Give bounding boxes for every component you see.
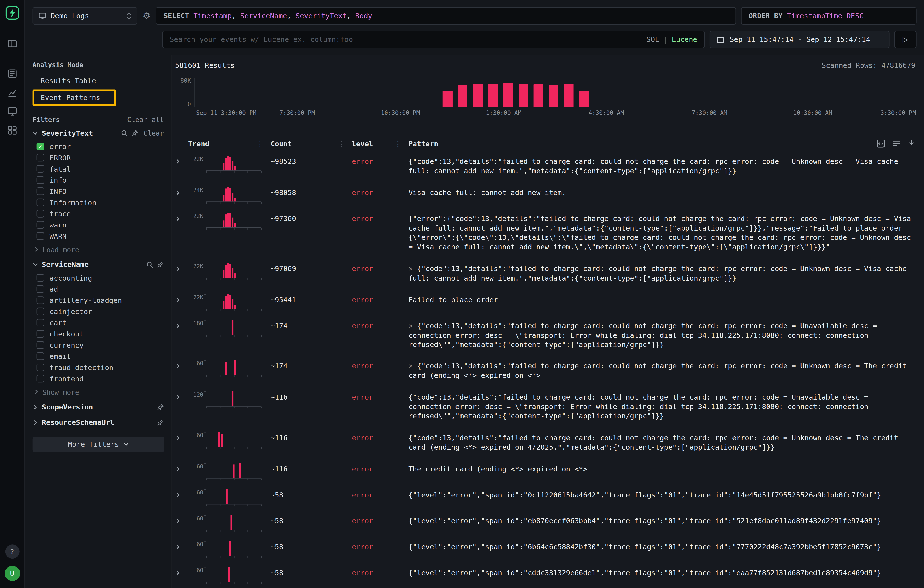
column-header-pattern[interactable]: Pattern (409, 139, 916, 148)
pattern-cell[interactable]: × {"code":13,"details":"failed to charge… (409, 360, 916, 381)
filter-option[interactable]: ad (36, 283, 165, 295)
more-filters-button[interactable]: More filters (33, 437, 165, 452)
column-header-count[interactable]: Count ⋮ (271, 139, 352, 148)
lucene-mode-button[interactable]: Lucene (672, 35, 697, 44)
filter-option[interactable]: cainjector (36, 306, 165, 317)
logs-icon[interactable] (4, 66, 20, 81)
column-header-level[interactable]: level ⋮ (352, 139, 409, 148)
chart-plot[interactable] (194, 78, 916, 107)
analysis-mode-item-results-table[interactable]: Results Table (33, 74, 103, 87)
expand-chevron-icon[interactable] (175, 156, 188, 165)
code-view-icon[interactable] (876, 139, 885, 148)
checkbox[interactable] (36, 165, 44, 173)
filter-option[interactable]: currency (36, 339, 165, 351)
date-range-picker[interactable]: Sep 11 15:47:14 - Sep 12 15:47:14 (710, 31, 889, 48)
expand-chevron-icon[interactable] (175, 187, 188, 196)
checkbox[interactable] (36, 352, 44, 360)
table-row[interactable]: 22K~97069error× {"code":13,"details":"fa… (175, 257, 916, 288)
chevron-down-icon[interactable] (33, 130, 38, 136)
filter-group-name[interactable]: ResourceSchemaUrl (42, 418, 114, 427)
panel-toggle-icon[interactable] (4, 36, 20, 51)
column-menu-icon[interactable]: ⋮ (338, 139, 352, 148)
table-row[interactable]: 60~58error{"level":"error","span_id":"cd… (175, 562, 916, 588)
filter-group-name[interactable]: SeverityText (42, 129, 93, 137)
checkbox[interactable] (36, 232, 44, 240)
filter-option[interactable]: accounting (36, 272, 165, 283)
app-logo[interactable] (5, 6, 19, 20)
checkbox[interactable] (36, 364, 44, 371)
pattern-cell[interactable]: × {"code":13,"details":"failed to charge… (409, 263, 916, 283)
filter-option[interactable]: frontend (36, 373, 165, 384)
filter-option[interactable]: fraud-detection (36, 362, 165, 373)
filter-group-name[interactable]: ScopeVersion (42, 403, 93, 411)
filter-option[interactable]: Information (36, 197, 165, 208)
table-row[interactable]: 60~116error{"code":13,"details":"failed … (175, 427, 916, 458)
filter-option[interactable]: ERROR (36, 152, 165, 163)
expand-chevron-icon[interactable] (175, 463, 188, 472)
filter-option[interactable]: ✓error (36, 141, 165, 152)
checkbox[interactable] (36, 154, 44, 161)
expand-chevron-icon[interactable] (175, 263, 188, 272)
run-query-button[interactable]: ▷ (894, 31, 916, 48)
checkbox[interactable] (36, 308, 44, 315)
filter-option[interactable]: WARN (36, 231, 165, 242)
pattern-cell[interactable]: {"code":13,"details":"failed to charge c… (409, 392, 916, 422)
pattern-cell[interactable]: {"code":13,"details":"failed to charge c… (409, 156, 916, 176)
table-row[interactable]: 24K~98058errorVisa cache full: cannot ad… (175, 181, 916, 208)
checkbox[interactable] (36, 319, 44, 326)
filter-option[interactable]: checkout (36, 328, 165, 339)
pattern-cell[interactable]: × {"code":13,"details":"failed to charge… (409, 320, 916, 350)
filter-option[interactable]: email (36, 351, 165, 362)
expand-chevron-icon[interactable] (175, 489, 188, 498)
filter-option[interactable]: warn (36, 219, 165, 231)
checkbox[interactable] (36, 285, 44, 293)
download-icon[interactable] (907, 139, 916, 148)
load-more-button[interactable]: Show more (33, 386, 165, 399)
filter-option[interactable]: INFO (36, 186, 165, 197)
pin-icon[interactable] (157, 261, 164, 268)
filter-option[interactable]: cart (36, 317, 165, 328)
checkbox[interactable] (36, 341, 44, 349)
checkbox[interactable] (36, 274, 44, 282)
filter-option[interactable]: info (36, 175, 165, 186)
load-more-button[interactable]: Load more (33, 243, 165, 256)
checkbox[interactable] (36, 188, 44, 195)
table-row[interactable]: 120~116error{"code":13,"details":"failed… (175, 386, 916, 427)
table-row[interactable]: 22K~98523error{"code":13,"details":"fail… (175, 150, 916, 181)
chevron-down-icon[interactable] (33, 262, 38, 268)
filter-clear-button[interactable]: Clear (144, 129, 164, 137)
user-avatar[interactable]: U (4, 566, 20, 581)
expand-chevron-icon[interactable] (175, 567, 188, 576)
checkbox[interactable]: ✓ (36, 143, 44, 150)
pin-icon[interactable] (132, 130, 139, 137)
pin-icon[interactable] (157, 404, 164, 411)
chart-icon[interactable] (4, 85, 20, 100)
filter-option[interactable]: trace (36, 208, 165, 219)
source-select[interactable]: Demo Logs (33, 7, 137, 25)
pattern-cell[interactable]: {"level":"error","span_id":"0c11220615ba… (409, 489, 916, 501)
table-row[interactable]: 60~58error{"level":"error","span_id":"0c… (175, 484, 916, 510)
expand-chevron-icon[interactable] (175, 392, 188, 400)
search-input[interactable]: Search your events w/ Lucene ex. column:… (162, 31, 705, 48)
expand-chevron-icon[interactable] (175, 360, 188, 369)
table-row[interactable]: 60~116errorThe credit card (ending <*> e… (175, 458, 916, 484)
column-menu-icon[interactable]: ⋮ (256, 139, 271, 148)
filter-group-name[interactable]: ServiceName (42, 260, 89, 268)
settings-gear-icon[interactable]: ⚙ (142, 11, 151, 21)
help-button[interactable]: ? (5, 544, 19, 558)
dismiss-x-icon[interactable]: × (409, 362, 417, 370)
dashboards-icon[interactable] (4, 123, 20, 138)
search-icon[interactable] (146, 261, 153, 268)
checkbox[interactable] (36, 176, 44, 184)
checkbox[interactable] (36, 375, 44, 382)
pattern-cell[interactable]: {"level":"error","span_id":"6b64c6c58842… (409, 541, 916, 552)
table-row[interactable]: 180~174error× {"code":13,"details":"fail… (175, 315, 916, 355)
pattern-cell[interactable]: The credit card (ending <*> expired on <… (409, 463, 916, 474)
pattern-cell[interactable]: {"error":{"code":13,"details":"failed to… (409, 213, 916, 252)
pattern-cell[interactable]: Visa cache full: cannot add new item. (409, 187, 916, 198)
sql-mode-button[interactable]: SQL (647, 35, 659, 44)
chevron-right-icon[interactable] (33, 404, 38, 410)
analysis-mode-item-event-patterns[interactable]: Event Patterns (33, 89, 116, 106)
table-row[interactable]: 60~174error× {"code":13,"details":"faile… (175, 355, 916, 386)
checkbox[interactable] (36, 210, 44, 217)
